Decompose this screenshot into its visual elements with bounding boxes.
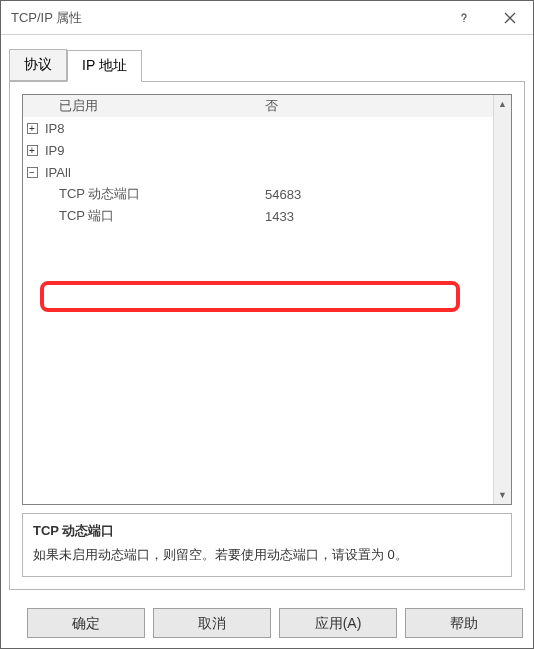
tab-ip-address[interactable]: IP 地址 <box>67 50 142 82</box>
scroll-track[interactable] <box>494 113 511 486</box>
description-title: TCP 动态端口 <box>33 522 501 540</box>
row-tcpport-value[interactable]: 1433 <box>261 209 493 224</box>
row-tcp-port[interactable]: TCP 端口 1433 <box>23 205 493 227</box>
row-tcpport-label: TCP 端口 <box>41 207 261 225</box>
ok-button[interactable]: 确定 <box>27 608 145 638</box>
expand-icon[interactable]: + <box>27 123 38 134</box>
group-ip8[interactable]: + IP8 <box>23 117 493 139</box>
group-ip9[interactable]: + IP9 <box>23 139 493 161</box>
group-ipall[interactable]: − IPAll <box>23 161 493 183</box>
dialog-window: TCP/IP 属性 协议 IP 地址 已启用 否 <box>0 0 534 649</box>
help-button[interactable]: 帮助 <box>405 608 523 638</box>
row-enabled-value[interactable]: 否 <box>261 97 493 115</box>
window-title: TCP/IP 属性 <box>11 9 82 27</box>
help-titlebar-button[interactable] <box>441 1 487 35</box>
expand-icon[interactable]: + <box>27 145 38 156</box>
scroll-down-button[interactable]: ▼ <box>494 486 511 504</box>
question-icon <box>458 12 470 24</box>
group-ip8-label: IP8 <box>41 121 261 136</box>
cancel-button[interactable]: 取消 <box>153 608 271 638</box>
titlebar: TCP/IP 属性 <box>1 1 533 35</box>
description-panel: TCP 动态端口 如果未启用动态端口，则留空。若要使用动态端口，请设置为 0。 <box>22 513 512 577</box>
tab-strip: 协议 IP 地址 <box>9 49 525 81</box>
property-grid: 已启用 否 + IP8 + IP9 <box>22 94 512 505</box>
scroll-up-button[interactable]: ▲ <box>494 95 511 113</box>
row-dynport-label: TCP 动态端口 <box>41 185 261 203</box>
chevron-down-icon: ▼ <box>498 490 507 500</box>
chevron-up-icon: ▲ <box>498 99 507 109</box>
tab-protocol[interactable]: 协议 <box>9 49 67 81</box>
vertical-scrollbar[interactable]: ▲ ▼ <box>493 95 511 504</box>
collapse-icon[interactable]: − <box>27 167 38 178</box>
group-ipall-label: IPAll <box>41 165 261 180</box>
row-enabled[interactable]: 已启用 否 <box>23 95 493 117</box>
close-titlebar-button[interactable] <box>487 1 533 35</box>
description-body: 如果未启用动态端口，则留空。若要使用动态端口，请设置为 0。 <box>33 546 501 564</box>
row-dynport-value[interactable]: 54683 <box>261 187 493 202</box>
dialog-body: 协议 IP 地址 已启用 否 + IP8 <box>1 35 533 598</box>
row-tcp-dynamic-port[interactable]: TCP 动态端口 54683 <box>23 183 493 205</box>
group-ip9-label: IP9 <box>41 143 261 158</box>
close-icon <box>504 12 516 24</box>
tab-panel: 已启用 否 + IP8 + IP9 <box>9 81 525 590</box>
row-enabled-label: 已启用 <box>41 97 261 115</box>
property-grid-body: 已启用 否 + IP8 + IP9 <box>23 95 493 504</box>
dialog-buttons: 确定 取消 应用(A) 帮助 <box>1 598 533 648</box>
apply-button[interactable]: 应用(A) <box>279 608 397 638</box>
